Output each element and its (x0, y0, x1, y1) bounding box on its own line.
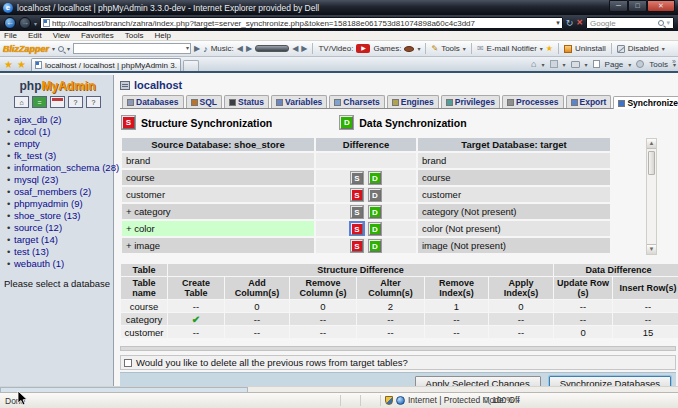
history-dropdown-icon[interactable]: ▾ (34, 20, 37, 27)
menu-tools[interactable]: Tools (125, 31, 144, 40)
feeds-icon[interactable] (550, 60, 558, 68)
database-link[interactable]: test (13) (4, 246, 111, 258)
disabled-icon[interactable] (617, 45, 625, 53)
zoom-level[interactable]: 100% (492, 395, 514, 405)
url-text[interactable]: http://localhost/branch/zahra/index.php?… (52, 19, 554, 28)
rewind-icon[interactable]: ◀ (292, 44, 298, 53)
scroll-down-icon[interactable]: ▼ (647, 244, 656, 254)
tab-charsets[interactable]: Charsets (329, 95, 384, 108)
database-link[interactable]: webauth (1) (4, 258, 111, 270)
home-icon[interactable]: ⌂ (531, 59, 536, 69)
email-notifier-label[interactable]: E-mail Notifier (487, 44, 537, 53)
tab-title[interactable]: localhost / localhost | phpMyAdmin 3.3.0… (45, 61, 177, 70)
database-link[interactable]: ajax_db (2) (4, 114, 111, 126)
email-dropdown-icon[interactable]: ▾ (540, 45, 543, 52)
volume-slider[interactable] (255, 45, 289, 52)
home-dropdown-icon[interactable]: ▾ (542, 61, 545, 68)
tab-databases[interactable]: Databases (122, 95, 184, 108)
address-field[interactable]: http://localhost/branch/zahra/index.php?… (40, 17, 563, 29)
minimize-button[interactable]: ─ (609, 0, 628, 12)
mysql-docs-icon[interactable]: ? (86, 96, 101, 108)
close-button[interactable]: ✕ (647, 0, 675, 12)
stop-button[interactable]: ✕ (576, 17, 583, 29)
forward-icon[interactable]: ▶ (301, 44, 307, 53)
database-link[interactable]: fk_test (3) (4, 150, 111, 162)
youtube-icon[interactable]: ▶ (356, 44, 370, 53)
football-icon[interactable] (404, 46, 414, 52)
address-dropdown-icon[interactable]: ▾ (556, 19, 560, 27)
zoom-control[interactable]: 100% ▾ (483, 395, 520, 405)
database-link[interactable]: empty (4, 138, 111, 150)
brand-dropdown-icon[interactable]: ▾ (52, 45, 55, 52)
browser-tab[interactable]: localhost / localhost | phpMyAdmin 3.3.0… (31, 58, 181, 71)
toolbar-search-input[interactable] (73, 43, 191, 54)
refresh-button[interactable]: ↻ (566, 17, 574, 29)
print-dropdown-icon[interactable]: ▾ (585, 61, 588, 68)
games-dropdown-icon[interactable]: ▾ (417, 45, 420, 52)
new-tab-button[interactable] (183, 60, 199, 71)
toolbar-overflow-icon[interactable]: » (672, 58, 676, 65)
database-link[interactable]: osaf_members (2) (4, 186, 111, 198)
toolbar-tools-label[interactable]: Tools (441, 44, 460, 53)
menu-file[interactable]: File (4, 31, 17, 40)
menu-view[interactable]: View (53, 31, 70, 40)
page-dropdown-icon[interactable]: ▾ (628, 61, 631, 68)
data-sync-button[interactable]: D (369, 240, 381, 252)
tab-processes[interactable]: Processes (502, 95, 564, 108)
add-favorite-icon[interactable]: ★ (17, 59, 26, 70)
search-box[interactable]: Google ▾ (586, 17, 674, 29)
scroll-up-icon[interactable]: ▲ (647, 139, 656, 149)
structure-sync-button[interactable]: S (351, 223, 363, 235)
tab-synchronize[interactable]: Synchronize (613, 96, 678, 109)
diff-scrollbar[interactable]: ▲ ▼ (646, 138, 657, 255)
database-link[interactable]: shoe_store (13) (4, 210, 111, 222)
tab-export[interactable]: Export (566, 95, 612, 108)
data-sync-button[interactable]: D (369, 172, 381, 184)
tab-variables[interactable]: Variables (271, 95, 327, 108)
sql-window-icon[interactable]: = (32, 96, 47, 108)
uninstall-label[interactable]: Uninstall (575, 44, 606, 53)
database-link[interactable]: cdcol (1) (4, 126, 111, 138)
scrollbar-thumb[interactable] (648, 151, 655, 175)
home-icon[interactable]: ⌂ (14, 96, 29, 108)
star-icon[interactable]: ★ (546, 44, 553, 53)
search-icon[interactable] (658, 20, 664, 26)
menu-favorites[interactable]: Favorites (81, 31, 114, 40)
data-sync-button[interactable]: D (369, 223, 381, 235)
database-link[interactable]: phpmyadmin (9) (4, 198, 111, 210)
data-sync-button[interactable]: D (369, 206, 381, 218)
forward-button[interactable]: → (19, 17, 31, 29)
disabled-dropdown-icon[interactable]: ▾ (662, 45, 665, 52)
prev-track-icon[interactable]: ◀ (237, 44, 243, 53)
zoom-dropdown-icon[interactable]: ▾ (517, 397, 520, 404)
toolbar-brand-logo[interactable]: BlizZapper (3, 44, 49, 54)
synchronize-databases-button[interactable]: Synchronize Databases (549, 376, 671, 387)
print-icon[interactable] (571, 61, 580, 68)
structure-sync-button[interactable]: S (351, 189, 363, 201)
pma-docs-icon[interactable]: ? (68, 96, 83, 108)
structure-sync-button[interactable]: S (351, 206, 363, 218)
tab-engines[interactable]: Engines (387, 95, 439, 108)
uninstall-icon[interactable] (564, 45, 572, 53)
play-icon[interactable]: ▶ (194, 44, 200, 53)
data-sync-button[interactable]: D (369, 189, 381, 201)
toolbar-search-icon[interactable] (58, 46, 64, 52)
tab-sql[interactable]: SQL (186, 95, 222, 108)
search-placeholder[interactable]: Google (590, 19, 658, 28)
email-icon[interactable]: ✉ (477, 44, 484, 53)
search-dropdown-icon[interactable]: ▾ (666, 19, 670, 27)
docs-icon[interactable] (50, 96, 65, 108)
database-link[interactable]: source (12) (4, 222, 111, 234)
favorites-center-icon[interactable]: ★ (4, 59, 13, 70)
feeds-dropdown-icon[interactable]: ▾ (563, 61, 566, 68)
database-link[interactable]: information_schema (28) (4, 162, 111, 174)
tools-menu[interactable]: Tools (649, 60, 668, 69)
structure-sync-button[interactable]: S (351, 172, 363, 184)
menu-edit[interactable]: Edit (28, 31, 42, 40)
toolbar-search-dropdown-icon[interactable]: ▾ (67, 45, 70, 52)
tools-pencil-icon[interactable]: ✎ (431, 44, 438, 53)
next-track-icon[interactable]: ▶ (246, 44, 252, 53)
tools-dropdown-icon[interactable]: ▾ (463, 45, 466, 52)
delete-rows-checkbox[interactable] (124, 359, 132, 367)
back-button[interactable]: ← (4, 17, 16, 29)
